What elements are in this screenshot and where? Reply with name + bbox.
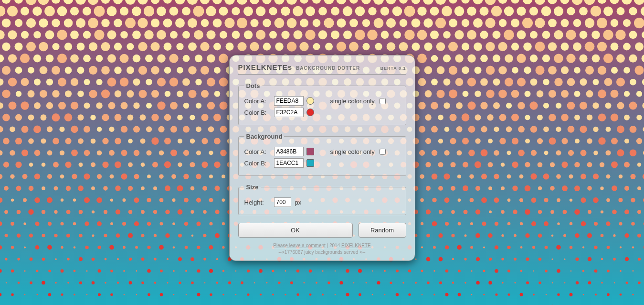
dots-color-a-label: Color A:: [244, 98, 271, 105]
background-fieldset: Background Color A: single color only Co…: [238, 133, 406, 176]
bg-color-a-swatch[interactable]: [306, 148, 314, 155]
dots-fieldset: Dots Color A: single color only Color B:: [238, 82, 406, 125]
height-input[interactable]: [274, 197, 291, 207]
comment-link[interactable]: Please leave a comment: [273, 243, 326, 248]
size-legend: Size: [244, 184, 261, 191]
dots-color-b-label: Color B:: [244, 109, 271, 116]
bg-color-b-label: Color B:: [244, 160, 271, 167]
site-link[interactable]: PIXELKNETE: [341, 243, 371, 248]
brand-subtitle: BACKGROUND DOTTER: [296, 65, 360, 71]
dots-color-b-input[interactable]: [274, 108, 304, 117]
height-label: Height:: [244, 199, 271, 206]
bg-color-b-swatch[interactable]: [306, 159, 314, 167]
bg-single-checkbox[interactable]: [380, 149, 386, 155]
footer-separator: | 2014: [326, 243, 341, 248]
version-label: BERTA 0.1: [380, 66, 406, 71]
served-counter: -->1776067 juicy backgrounds served <--: [278, 250, 365, 255]
control-panel: PIXELKNETEs BACKGROUND DOTTER BERTA 0.1 …: [229, 55, 415, 261]
height-unit: px: [295, 199, 302, 206]
bg-single-label: single color only: [330, 148, 375, 155]
dots-color-b-swatch[interactable]: [306, 109, 314, 116]
panel-header: PIXELKNETEs BACKGROUND DOTTER BERTA 0.1: [238, 63, 406, 75]
dots-single-checkbox[interactable]: [380, 98, 386, 104]
dots-single-label: single color only: [330, 98, 375, 105]
bg-color-b-input[interactable]: [274, 158, 304, 168]
background-legend: Background: [244, 133, 285, 140]
dots-color-a-input[interactable]: [274, 96, 304, 106]
dots-legend: Dots: [244, 82, 262, 89]
size-fieldset: Size Height: px: [238, 184, 406, 215]
dots-color-a-swatch[interactable]: [306, 97, 314, 105]
bg-color-a-input[interactable]: [274, 147, 304, 156]
bg-color-a-label: Color A:: [244, 148, 271, 155]
random-button[interactable]: Random: [359, 223, 406, 238]
ok-button[interactable]: OK: [238, 223, 353, 238]
brand-title: PIXELKNETEs: [238, 63, 293, 71]
panel-footer: Please leave a comment | 2014 PIXELKNETE…: [238, 242, 406, 256]
